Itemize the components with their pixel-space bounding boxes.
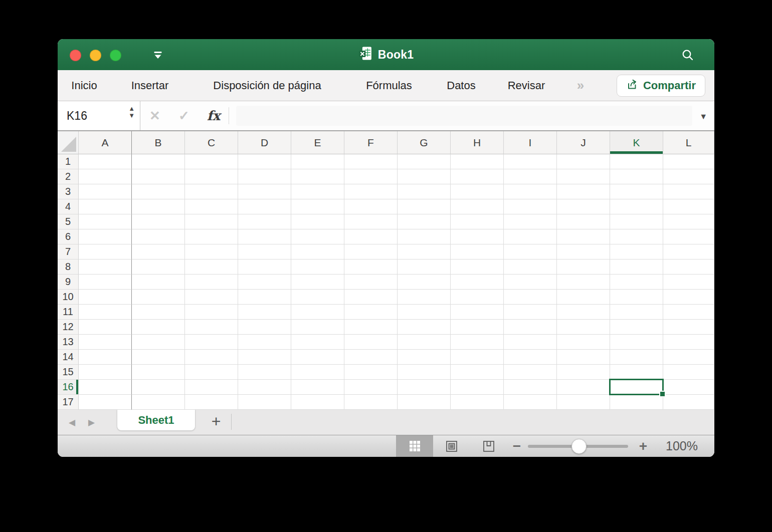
cell-F5[interactable] <box>344 214 398 229</box>
cell-K1[interactable] <box>610 154 663 169</box>
cell-L12[interactable] <box>663 320 714 335</box>
cell-F11[interactable] <box>344 305 398 320</box>
cell-G1[interactable] <box>398 154 451 169</box>
cell-A7[interactable] <box>79 244 132 259</box>
cell-K10[interactable] <box>610 290 663 305</box>
zoom-in-button[interactable]: + <box>634 435 652 457</box>
name-box-stepper[interactable]: ▲ ▼ <box>128 105 135 119</box>
stepper-down-icon[interactable]: ▼ <box>128 112 135 119</box>
cell-H11[interactable] <box>451 305 504 320</box>
column-header-K[interactable]: K <box>610 131 663 154</box>
cell-D1[interactable] <box>238 154 291 169</box>
cell-K17[interactable] <box>610 395 663 410</box>
cell-B11[interactable] <box>132 305 185 320</box>
toolbar-collapse-icon[interactable] <box>152 49 164 61</box>
zoom-slider-thumb[interactable] <box>571 439 587 454</box>
cell-G14[interactable] <box>398 350 451 365</box>
row-header-1[interactable]: 1 <box>58 154 79 169</box>
cell-C5[interactable] <box>185 214 238 229</box>
cell-F6[interactable] <box>344 229 398 244</box>
cell-E16[interactable] <box>291 380 344 395</box>
cell-C11[interactable] <box>185 305 238 320</box>
cell-H15[interactable] <box>451 365 504 380</box>
cell-K9[interactable] <box>610 275 663 290</box>
cell-J15[interactable] <box>557 365 610 380</box>
cell-D7[interactable] <box>238 244 291 259</box>
cell-F9[interactable] <box>344 275 398 290</box>
cell-C15[interactable] <box>185 365 238 380</box>
cell-I5[interactable] <box>504 214 557 229</box>
cell-L9[interactable] <box>663 275 714 290</box>
row-header-12[interactable]: 12 <box>58 320 79 335</box>
cell-A9[interactable] <box>79 275 132 290</box>
row-header-9[interactable]: 9 <box>58 275 79 290</box>
cell-F10[interactable] <box>344 290 398 305</box>
cell-I17[interactable] <box>504 395 557 410</box>
cell-E15[interactable] <box>291 365 344 380</box>
cell-I4[interactable] <box>504 199 557 214</box>
cell-F2[interactable] <box>344 169 398 184</box>
cell-H5[interactable] <box>451 214 504 229</box>
tab-revisar[interactable]: Revisar <box>504 79 549 92</box>
cell-G16[interactable] <box>398 380 451 395</box>
cell-C6[interactable] <box>185 229 238 244</box>
cell-A4[interactable] <box>79 199 132 214</box>
cell-H17[interactable] <box>451 395 504 410</box>
column-header-C[interactable]: C <box>185 131 238 154</box>
cell-A15[interactable] <box>79 365 132 380</box>
row-header-13[interactable]: 13 <box>58 335 79 350</box>
row-header-15[interactable]: 15 <box>58 365 79 380</box>
cell-B5[interactable] <box>132 214 185 229</box>
cell-C4[interactable] <box>185 199 238 214</box>
cell-L15[interactable] <box>663 365 714 380</box>
cell-C1[interactable] <box>185 154 238 169</box>
cell-A6[interactable] <box>79 229 132 244</box>
cell-F8[interactable] <box>344 259 398 275</box>
cell-K16[interactable] <box>610 380 663 395</box>
cell-C3[interactable] <box>185 184 238 199</box>
row-header-8[interactable]: 8 <box>58 259 79 275</box>
cell-L2[interactable] <box>663 169 714 184</box>
cell-B7[interactable] <box>132 244 185 259</box>
cell-E1[interactable] <box>291 154 344 169</box>
tab-insertar[interactable]: Insertar <box>125 79 175 92</box>
cell-I12[interactable] <box>504 320 557 335</box>
cell-I14[interactable] <box>504 350 557 365</box>
cell-A12[interactable] <box>79 320 132 335</box>
cell-G6[interactable] <box>398 229 451 244</box>
select-all-corner[interactable] <box>58 131 79 154</box>
cell-D4[interactable] <box>238 199 291 214</box>
cell-H12[interactable] <box>451 320 504 335</box>
cell-C16[interactable] <box>185 380 238 395</box>
cell-E9[interactable] <box>291 275 344 290</box>
formula-bar-expand-icon[interactable]: ▼ <box>699 112 707 121</box>
tab-inicio[interactable]: Inicio <box>68 79 101 92</box>
formula-input[interactable] <box>236 106 692 126</box>
cell-K13[interactable] <box>610 335 663 350</box>
minimize-button[interactable] <box>90 50 101 61</box>
cell-J9[interactable] <box>557 275 610 290</box>
cell-L8[interactable] <box>663 259 714 275</box>
cell-A1[interactable] <box>79 154 132 169</box>
cell-F13[interactable] <box>344 335 398 350</box>
cell-G8[interactable] <box>398 259 451 275</box>
row-header-14[interactable]: 14 <box>58 350 79 365</box>
row-header-16[interactable]: 16 <box>58 380 79 395</box>
cell-E14[interactable] <box>291 350 344 365</box>
row-header-11[interactable]: 11 <box>58 305 79 320</box>
cell-A14[interactable] <box>79 350 132 365</box>
cell-B12[interactable] <box>132 320 185 335</box>
cell-G7[interactable] <box>398 244 451 259</box>
cell-L4[interactable] <box>663 199 714 214</box>
cell-K7[interactable] <box>610 244 663 259</box>
cell-D12[interactable] <box>238 320 291 335</box>
sheet-nav-left-icon[interactable]: ◀ <box>69 417 75 428</box>
row-header-2[interactable]: 2 <box>58 169 79 184</box>
cell-G5[interactable] <box>398 214 451 229</box>
cell-G13[interactable] <box>398 335 451 350</box>
cell-F12[interactable] <box>344 320 398 335</box>
cell-H13[interactable] <box>451 335 504 350</box>
column-header-E[interactable]: E <box>291 131 344 154</box>
cell-F15[interactable] <box>344 365 398 380</box>
cell-E5[interactable] <box>291 214 344 229</box>
